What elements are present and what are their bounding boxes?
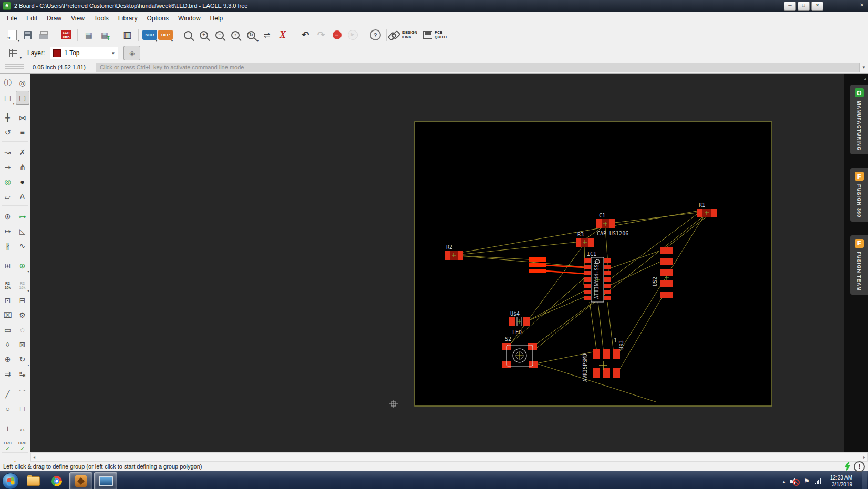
library-manager-button[interactable]: ▥: [119, 28, 135, 43]
close-button[interactable]: ✕: [811, 2, 823, 11]
alert-icon[interactable]: !: [854, 461, 865, 472]
board-drawing[interactable]: R2 R1 C1 CAP-US1206: [30, 74, 844, 452]
line-tool[interactable]: ╱: [1, 387, 15, 401]
horizontal-scrollbar[interactable]: ◂ ▸: [30, 452, 868, 462]
copy-tool[interactable]: ⊡: [1, 294, 15, 307]
replace-tool[interactable]: ↻▾: [16, 352, 29, 366]
tray-expand-icon[interactable]: ▴: [783, 479, 785, 484]
grid-settings-button[interactable]: ▾: [4, 47, 22, 59]
taskbar-clock[interactable]: 12:23 AM 3/1/2019: [826, 474, 856, 488]
zoom-redraw-button[interactable]: ↻▾: [243, 28, 259, 43]
taskbar-item-eagle[interactable]: [69, 472, 92, 489]
switch-schematic-board-button[interactable]: SCH BRD: [58, 28, 74, 43]
minimize-button[interactable]: ─: [784, 2, 796, 11]
mark-tool[interactable]: +: [1, 422, 15, 435]
print-button[interactable]: [36, 28, 51, 43]
network-signal-icon[interactable]: [815, 478, 821, 484]
save-button[interactable]: [20, 28, 36, 43]
drc-tool[interactable]: DRC✓: [16, 436, 29, 450]
close-icon[interactable]: ✕: [860, 2, 864, 8]
stop-button[interactable]: –: [329, 28, 345, 43]
split-tool[interactable]: ⋔: [16, 160, 29, 174]
menu-view[interactable]: View: [66, 13, 89, 24]
label-tool[interactable]: ◊: [1, 338, 15, 351]
net-tool[interactable]: ⊶: [16, 210, 29, 223]
chevron-down-icon[interactable]: ▼: [860, 65, 868, 70]
delete-tool[interactable]: ⌧: [1, 308, 15, 322]
change-tool[interactable]: ⚙: [16, 308, 29, 322]
run-script-button[interactable]: SCR▾: [142, 28, 158, 43]
add-gate-tool[interactable]: ⊕▾: [16, 259, 29, 273]
circle-tool[interactable]: ○: [1, 402, 15, 415]
display-layers-tool[interactable]: ▤▾: [1, 91, 15, 105]
meander-tool[interactable]: ∿: [16, 239, 29, 253]
ripup-polygon-tool[interactable]: ▭: [1, 323, 15, 337]
cam-processor-button[interactable]: ▦: [81, 28, 97, 43]
rotate-tool[interactable]: ↺: [1, 126, 15, 139]
scroll-left-icon[interactable]: ◂: [33, 455, 35, 460]
taskbar-item-viewer[interactable]: [94, 472, 117, 489]
restore-button[interactable]: □: [798, 2, 810, 11]
dock-collapse-icon[interactable]: ◂: [864, 77, 866, 81]
menu-help[interactable]: Help: [205, 13, 228, 24]
scroll-right-icon[interactable]: ▸: [863, 455, 865, 460]
ratsnest-tool[interactable]: ⊛: [1, 210, 15, 223]
via-tool[interactable]: ◎: [1, 175, 15, 189]
layer-select[interactable]: 1 Top ▼: [50, 47, 118, 59]
optimize-tool[interactable]: ◌: [16, 323, 29, 337]
polygon-tool[interactable]: ▱: [1, 190, 15, 203]
invoke-tool[interactable]: ⊕: [1, 352, 15, 366]
menu-draw[interactable]: Draw: [42, 13, 66, 24]
zoom-out-button[interactable]: −: [212, 28, 228, 43]
load-cam-job-button[interactable]: ▦↧: [97, 28, 112, 43]
value-tool[interactable]: R2 10k▾: [16, 279, 29, 293]
spread-tool[interactable]: ↹: [16, 367, 29, 381]
zoom-fit-button[interactable]: [180, 28, 196, 43]
command-line-input[interactable]: [96, 63, 860, 72]
undo-button[interactable]: ↶: [297, 28, 313, 43]
redraw-button[interactable]: ⇌: [259, 28, 275, 43]
tab-manufacturing[interactable]: O MANUFACTURING: [850, 85, 868, 154]
tab-fusion-team[interactable]: F FUSION TEAM: [850, 235, 868, 295]
action-center-flag-icon[interactable]: ⚑: [804, 477, 810, 485]
unroute-tool[interactable]: ⇝: [1, 160, 15, 174]
text-tool[interactable]: A: [16, 190, 29, 203]
menu-window[interactable]: Window: [173, 13, 205, 24]
pad-tool[interactable]: ●: [16, 175, 29, 189]
ripup-tool[interactable]: ✗: [16, 145, 29, 159]
zoom-in-button[interactable]: +: [196, 28, 212, 43]
menu-library[interactable]: Library: [113, 13, 142, 24]
dimension-tool[interactable]: ↔: [16, 422, 29, 435]
menu-file[interactable]: File: [2, 13, 22, 24]
visible-layers-button[interactable]: ◈: [123, 46, 140, 60]
pcb-quote-button[interactable]: PCBQUOTE: [420, 28, 451, 43]
align-tool[interactable]: ≡: [16, 126, 29, 139]
taskbar-item-explorer[interactable]: [22, 473, 44, 489]
erc-tool[interactable]: ERC✓: [1, 436, 15, 450]
group-tool[interactable]: ▢: [16, 91, 29, 105]
speaker-muted-icon[interactable]: [790, 478, 799, 485]
start-button[interactable]: [2, 473, 19, 489]
signal-tool[interactable]: ↦: [1, 224, 15, 238]
eye-tool[interactable]: ◎: [16, 76, 29, 90]
bus-tool[interactable]: ⇉: [1, 367, 15, 381]
name-tool[interactable]: R2 10k: [1, 279, 15, 293]
arc-tool[interactable]: ⌒: [16, 387, 29, 401]
run-ulp-button[interactable]: ULP▾: [158, 28, 173, 43]
info-tool[interactable]: ⓘ: [1, 76, 15, 90]
new-open-button[interactable]: ▾: [4, 28, 20, 43]
menu-tools[interactable]: Tools: [89, 13, 113, 24]
menu-options[interactable]: Options: [142, 13, 173, 24]
redo-button[interactable]: ↷: [313, 28, 329, 43]
paste-tool[interactable]: ⊟: [16, 294, 29, 307]
show-desktop-button[interactable]: [862, 471, 867, 489]
run-command-x-button[interactable]: X: [275, 28, 291, 43]
miter-tool[interactable]: ◺: [16, 224, 29, 238]
lock-tool[interactable]: ⊠: [16, 338, 29, 351]
board-canvas[interactable]: R2 R1 C1 CAP-US1206: [30, 74, 844, 452]
mirror-tool[interactable]: ⋈: [16, 111, 29, 124]
design-link-button[interactable]: DESIGNLINK: [390, 28, 420, 43]
tab-fusion-360[interactable]: F FUSION 360: [850, 168, 868, 222]
slice-tool[interactable]: ∦: [1, 239, 15, 253]
zoom-select-button[interactable]: ▫: [228, 28, 243, 43]
